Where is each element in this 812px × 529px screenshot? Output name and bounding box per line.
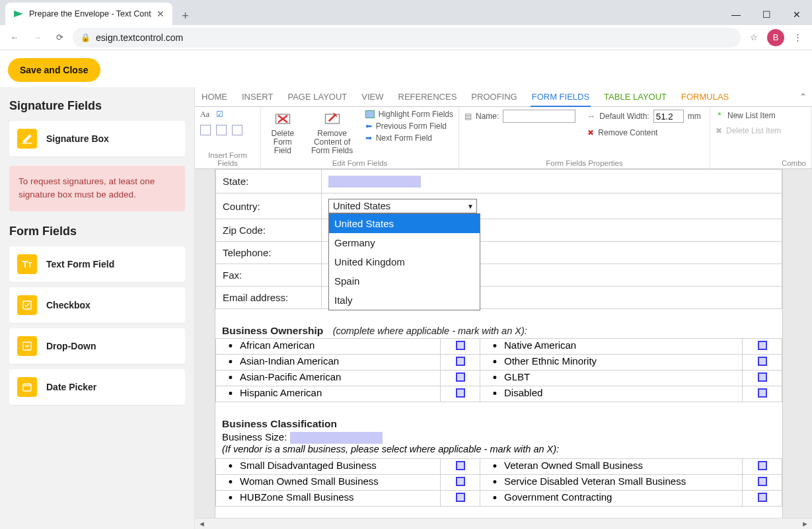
width-icon: ↔ [587, 112, 595, 121]
signature-warning: To request signatures, at least one sign… [9, 166, 185, 211]
previous-form-field-button[interactable]: ⬅Previous Form Field [365, 122, 453, 131]
window-controls: — ☐ ✕ [721, 4, 812, 25]
field-name-input[interactable] [503, 110, 575, 123]
svg-rect-4 [23, 384, 31, 391]
tab-formulas[interactable]: FORMULAS [680, 88, 730, 106]
contact-form-table: State: Country: United States ▼ [215, 169, 782, 309]
state-field[interactable] [328, 176, 421, 188]
browser-tab[interactable]: Prepare the Envelope - Text Cont ✕ [5, 3, 172, 25]
classification-checkbox[interactable] [456, 461, 465, 470]
reload-button[interactable]: ⟳ [50, 28, 69, 47]
classification-table: Small Disadvantaged BusinessVeteran Owne… [215, 458, 782, 507]
business-size-field[interactable] [290, 432, 383, 444]
classification-checkbox[interactable] [758, 461, 767, 470]
checkbox-item[interactable]: Checkbox [9, 287, 185, 323]
checkbox-icon [17, 295, 37, 315]
favicon-icon [13, 9, 24, 19]
text-form-field-item[interactable]: TT Text Form Field [9, 246, 185, 282]
tab-references[interactable]: REFERENCES [397, 88, 459, 106]
date-insert-icon[interactable] [216, 125, 227, 135]
back-button[interactable]: ← [5, 28, 24, 47]
close-window-button[interactable]: ✕ [782, 4, 812, 25]
chevron-down-icon: ▼ [467, 203, 474, 210]
ownership-checkbox[interactable] [456, 341, 465, 350]
tab-home[interactable]: HOME [200, 88, 229, 106]
country-option[interactable]: Italy [329, 291, 480, 310]
save-and-close-button[interactable]: Save and Close [8, 58, 100, 82]
tab-proofing[interactable]: PROOFING [470, 88, 518, 106]
document-scroll-area[interactable]: State: Country: United States ▼ [195, 169, 812, 529]
bookmark-star-icon[interactable]: ☆ [745, 28, 763, 47]
tab-page-layout[interactable]: PAGE LAYOUT [286, 88, 348, 106]
tab-close-icon[interactable]: ✕ [157, 9, 165, 19]
form-fields-heading: Form Fields [9, 225, 185, 238]
delete-list-item-button[interactable]: ✖Delete List Item [716, 126, 781, 135]
classification-checkbox[interactable] [758, 477, 767, 486]
tab-table-layout[interactable]: TABLE LAYOUT [603, 88, 668, 106]
ownership-checkbox[interactable] [456, 357, 465, 366]
country-option[interactable]: United States [329, 214, 480, 233]
maximize-button[interactable]: ☐ [751, 4, 782, 25]
checkbox-insert-icon[interactable]: ☑ [216, 110, 223, 120]
ribbon-tabs: HOME INSERT PAGE LAYOUT VIEW REFERENCES … [195, 87, 812, 107]
date-picker-item[interactable]: Date Picker [9, 369, 185, 405]
dropdown-icon [17, 336, 37, 356]
country-option[interactable]: Germany [329, 233, 480, 252]
ownership-checkbox[interactable] [456, 372, 465, 382]
svg-rect-1 [22, 143, 32, 144]
tab-view[interactable]: VIEW [360, 88, 385, 106]
signature-box-label: Signature Box [46, 133, 109, 144]
ribbon: Aa ☑ Insert Form Fields [195, 107, 812, 169]
field-insert-icon[interactable] [232, 125, 242, 135]
next-form-field-button[interactable]: ➡Next Form Field [365, 133, 453, 143]
new-tab-button[interactable]: + [176, 7, 195, 25]
highlight-form-fields-button[interactable]: Highlight Form Fields [365, 110, 453, 119]
titlebar: Prepare the Envelope - Text Cont ✕ + — ☐… [0, 0, 812, 25]
minimize-button[interactable]: — [721, 4, 751, 25]
horizontal-scrollbar[interactable]: ◄► [195, 518, 812, 529]
document-page: State: Country: United States ▼ [215, 169, 783, 520]
ownership-checkbox[interactable] [758, 357, 767, 366]
ownership-checkbox[interactable] [456, 388, 465, 398]
country-option[interactable]: Spain [329, 271, 480, 291]
url-text: esign.textcontrol.com [96, 32, 183, 43]
signature-box-item[interactable]: Signature Box [9, 121, 185, 157]
classification-checkbox[interactable] [456, 493, 465, 502]
ownership-checkbox[interactable] [758, 341, 767, 350]
country-dropdown-popup: United States Germany United Kingdom Spa… [328, 213, 480, 310]
default-width-input[interactable] [653, 110, 684, 123]
tag-icon: ▤ [464, 112, 472, 121]
field-name-row: ▤ Name: [464, 110, 575, 123]
country-combobox[interactable]: United States ▼ [328, 199, 477, 213]
svg-rect-3 [23, 342, 31, 350]
kebab-menu-icon[interactable]: ⋮ [788, 28, 807, 47]
ribbon-collapse-icon[interactable]: ⌃ [799, 92, 807, 102]
ownership-table: African AmericanNative American Asian-In… [215, 338, 782, 402]
remove-content-button[interactable]: ✖Remove Content [587, 128, 700, 137]
signature-fields-heading: Signature Fields [9, 99, 185, 113]
calendar-icon [17, 377, 37, 397]
browser-toolbar: ← → ⟳ 🔒 esign.textcontrol.com ☆ B ⋮ [0, 25, 812, 50]
dropdown-item[interactable]: Drop-Down [9, 328, 185, 364]
app-header: Save and Close [0, 50, 812, 87]
profile-avatar[interactable]: B [767, 29, 784, 46]
classification-checkbox[interactable] [456, 477, 465, 486]
combo-insert-icon[interactable] [200, 125, 211, 135]
tab-insert[interactable]: INSERT [240, 88, 274, 106]
country-option[interactable]: United Kingdom [329, 252, 480, 271]
tab-title: Prepare the Envelope - Text Cont [29, 9, 151, 18]
tab-form-fields[interactable]: FORM FIELDS [531, 88, 591, 107]
forward-button[interactable]: → [28, 28, 46, 47]
classification-checkbox[interactable] [758, 493, 767, 502]
svg-marker-0 [14, 11, 23, 17]
delete-form-field-button[interactable]: Delete Form Field [266, 110, 299, 156]
text-insert-icon[interactable]: Aa [200, 110, 209, 120]
ownership-checkbox[interactable] [758, 388, 767, 398]
remove-content-form-fields-button[interactable]: Remove Content of Form Fields [306, 110, 359, 156]
ownership-checkbox[interactable] [758, 372, 767, 382]
text-field-icon: TT [17, 254, 37, 274]
new-list-item-button[interactable]: ＊New List Item [716, 110, 776, 121]
default-width-row: ↔ Default Width: mm [587, 110, 700, 123]
lock-icon: 🔒 [81, 33, 91, 42]
address-bar[interactable]: 🔒 esign.textcontrol.com [73, 28, 741, 48]
